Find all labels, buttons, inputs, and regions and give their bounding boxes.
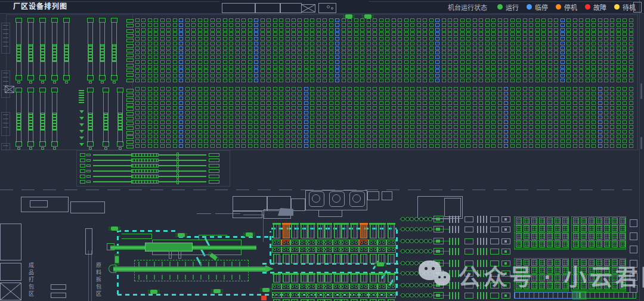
machine-cell (485, 74, 490, 77)
machine-cell (529, 23, 533, 27)
machine-unit-wheel (392, 285, 395, 288)
machine-cell (173, 125, 177, 129)
cad-structure (233, 196, 267, 211)
machine-cell (236, 144, 240, 148)
machine-cell (623, 111, 627, 114)
machine-cell (261, 69, 265, 73)
machine-cell (529, 46, 533, 50)
machine-cell (385, 55, 389, 59)
machine-cell (310, 37, 314, 41)
machine-cell (379, 65, 383, 69)
machine-cell (267, 111, 271, 114)
machine-cell (610, 135, 614, 138)
machine-cell (429, 106, 434, 110)
machine-cell (554, 51, 558, 54)
machine-cell (348, 106, 352, 110)
machine-cell (360, 144, 364, 148)
machine-unit-bar (377, 223, 386, 225)
vertical-machine-foot (87, 75, 94, 80)
conveyor-tick (177, 163, 179, 168)
machine-cell (435, 79, 439, 82)
machine-cell (141, 60, 145, 64)
line2-tick (239, 262, 240, 266)
line1-leg (169, 251, 172, 259)
machine-cell (479, 18, 483, 22)
machine-cell (185, 120, 190, 124)
machine-cell (154, 135, 158, 138)
machine-cell (629, 18, 633, 22)
machine-cell (504, 74, 508, 77)
machine-cell (342, 120, 346, 124)
machine-cell (286, 116, 290, 119)
machine-cell (473, 135, 477, 138)
machine-cell (286, 46, 290, 50)
machine-unit-wheel (308, 241, 311, 244)
agv-unit (362, 14, 374, 18)
machine-cell (342, 111, 346, 114)
machine-cell (579, 60, 583, 64)
machine-cell (548, 97, 552, 100)
machine-cell (323, 55, 327, 59)
panel-dot (621, 219, 623, 221)
machine-unit-bar (387, 223, 395, 225)
machine-cell (342, 125, 346, 129)
comb-box (490, 226, 499, 232)
machine-cell (573, 18, 577, 22)
machine-cell (348, 97, 352, 100)
machine-cell (292, 28, 296, 32)
machine-cell (398, 97, 402, 100)
machine-cell (185, 65, 190, 69)
machine-cell (541, 135, 546, 138)
machine-cell (292, 120, 296, 124)
line2-tick (208, 262, 209, 266)
machine-cell (417, 65, 421, 69)
machine-cell (548, 120, 552, 124)
legend-item-label: 停机 (564, 2, 577, 12)
machine-cell (267, 74, 271, 77)
machine-cell (236, 23, 240, 27)
machine-cell (317, 106, 321, 110)
machine-cell (529, 87, 533, 91)
vertical-machine-head (103, 88, 109, 92)
machine-cell (292, 87, 296, 91)
spool (428, 217, 432, 221)
line2-tick (154, 275, 155, 280)
machine-cell (148, 55, 152, 59)
machine-cell (479, 139, 483, 143)
machine-cell (554, 28, 558, 32)
panel-dot (556, 244, 558, 246)
machine-cell (141, 135, 145, 138)
panel-dot (558, 229, 560, 231)
machine-cell (448, 18, 452, 22)
machine-cell (323, 79, 327, 82)
machine-cell (135, 125, 140, 129)
machine-cell (267, 120, 271, 124)
machine-cell (317, 65, 321, 69)
panel-dot (517, 221, 519, 223)
machine-cell (216, 106, 221, 110)
machine-cell (617, 125, 621, 129)
panel-dot (615, 226, 617, 228)
machine-cell (248, 87, 252, 91)
machine-cell (516, 144, 521, 148)
machine-cell (479, 120, 483, 124)
vertical-machine-head (87, 18, 94, 23)
agv-unit (211, 289, 223, 293)
machine-cell (223, 51, 227, 54)
machine-cell (310, 18, 314, 22)
machine-cell (216, 87, 221, 91)
machine-cell (541, 130, 546, 134)
machine-cell (516, 18, 521, 22)
machine-cell (541, 92, 546, 95)
machine-cell (154, 120, 158, 124)
machine-cell (360, 60, 364, 64)
machine-cell (404, 106, 408, 110)
machine-cell (617, 101, 621, 105)
conveyor-end (209, 164, 219, 167)
machine-cell (160, 42, 165, 45)
machine-cell (160, 69, 165, 73)
machine-cell (304, 69, 308, 73)
machine-cell (586, 97, 590, 100)
machine-cell (229, 125, 233, 129)
panel-dot (621, 221, 623, 223)
